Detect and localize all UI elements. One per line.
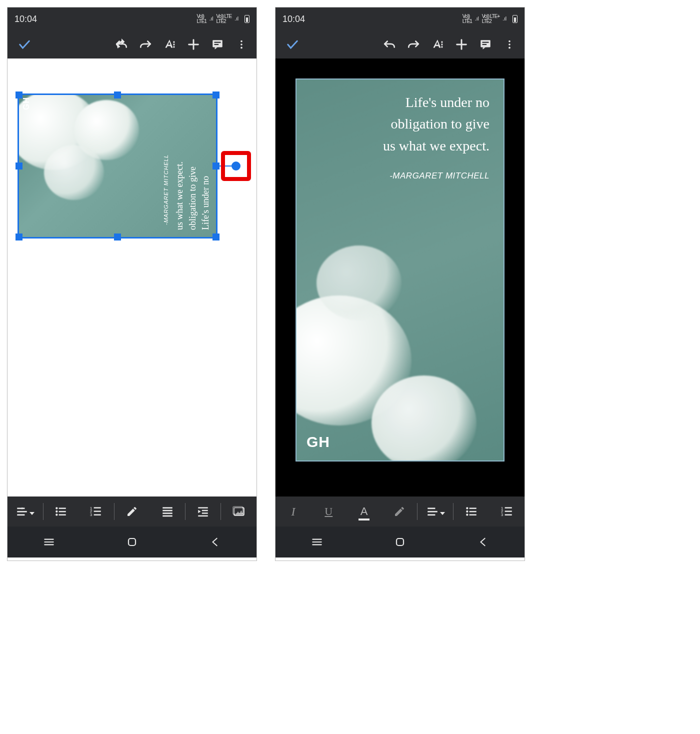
svg-point-17 [56, 507, 58, 509]
add-button[interactable] [182, 32, 206, 56]
text-color-button[interactable]: A [346, 496, 382, 526]
signal-icon: .ıl [475, 16, 479, 22]
svg-marker-37 [198, 510, 200, 514]
redo-button[interactable] [402, 32, 426, 56]
svg-rect-66 [469, 514, 476, 515]
add-button[interactable] [450, 32, 474, 56]
svg-rect-2 [174, 46, 175, 48]
recents-nav-button[interactable] [297, 526, 337, 558]
overflow-menu-button[interactable] [230, 32, 254, 56]
svg-rect-24 [94, 507, 101, 508]
resize-handle-tr[interactable] [212, 92, 220, 98]
overflow-menu-button[interactable] [498, 32, 522, 56]
rotate-handle[interactable] [232, 162, 240, 170]
svg-marker-51 [483, 47, 486, 49]
svg-rect-47 [442, 46, 443, 48]
app-toolbar [276, 30, 524, 58]
status-indicators: Vo)) LTE1 .ıl Vo)) LTE LTE2 .ıl [197, 14, 250, 24]
bullet-list-button[interactable] [454, 496, 489, 526]
svg-marker-6 [215, 47, 218, 49]
format-bar: 123 [8, 496, 256, 526]
svg-rect-5 [212, 40, 222, 47]
resize-handle-br[interactable] [212, 234, 220, 240]
justify-button[interactable] [150, 496, 185, 526]
system-nav-bar [8, 526, 256, 558]
undo-button[interactable] [378, 32, 402, 56]
svg-rect-34 [202, 510, 208, 511]
svg-rect-52 [482, 42, 489, 43]
highlight-pencil-button[interactable] [382, 496, 418, 526]
number-list-button[interactable]: 123 [78, 496, 114, 526]
undo-button[interactable] [110, 32, 134, 56]
home-nav-button[interactable] [380, 526, 420, 558]
svg-marker-16 [30, 512, 34, 515]
svg-rect-58 [428, 511, 438, 512]
svg-rect-45 [442, 42, 443, 43]
svg-text:3: 3 [90, 512, 92, 517]
resize-handle-ml[interactable] [16, 162, 22, 170]
svg-rect-35 [202, 512, 208, 514]
svg-point-10 [240, 44, 242, 46]
battery-icon [244, 15, 250, 23]
selected-image[interactable]: GH Life's under no obligation to give us… [18, 94, 218, 238]
indent-button[interactable] [186, 496, 221, 526]
svg-rect-26 [94, 510, 101, 512]
svg-rect-72 [504, 514, 512, 515]
resize-handle-tm[interactable] [114, 92, 121, 98]
quote-line-3: us what we expect. [174, 105, 185, 230]
phone-screenshot-left: 10:04 Vo)) LTE1 .ıl Vo)) LTE LTE2 .ıl [7, 7, 257, 561]
svg-rect-18 [59, 508, 66, 508]
document-canvas[interactable]: Life's under no obligation to give us wh… [276, 58, 524, 496]
inserted-image[interactable]: Life's under no obligation to give us wh… [296, 78, 504, 462]
home-nav-button[interactable] [112, 526, 152, 558]
align-menu-button[interactable] [418, 496, 453, 526]
bullet-list-button[interactable] [44, 496, 79, 526]
signal-icon: .ıl [210, 16, 214, 22]
document-canvas[interactable]: GH Life's under no obligation to give us… [8, 58, 256, 496]
number-list-button[interactable]: 123 [489, 496, 524, 526]
italic-button[interactable]: I [276, 496, 311, 526]
back-nav-button[interactable] [195, 526, 235, 558]
done-check-button[interactable] [278, 32, 306, 56]
battery-icon [512, 15, 518, 23]
comment-button[interactable] [206, 32, 230, 56]
underline-button[interactable]: U [311, 496, 346, 526]
text-format-button[interactable] [426, 32, 450, 56]
svg-rect-31 [162, 512, 172, 514]
svg-rect-30 [162, 510, 172, 512]
svg-rect-44 [128, 538, 136, 546]
edit-pencil-button[interactable] [114, 496, 150, 526]
svg-point-61 [466, 507, 468, 509]
svg-rect-12 [18, 508, 25, 509]
svg-rect-1 [174, 44, 175, 45]
status-time: 10:04 [282, 14, 305, 24]
svg-point-19 [56, 510, 58, 512]
recents-nav-button[interactable] [29, 526, 69, 558]
status-time: 10:04 [14, 14, 37, 24]
resize-handle-tl[interactable] [16, 92, 22, 98]
format-bar: I U A 123 [276, 496, 524, 526]
resize-handle-bl[interactable] [16, 234, 22, 240]
svg-rect-28 [94, 514, 101, 515]
redo-button[interactable] [134, 32, 158, 56]
resize-handle-bm[interactable] [114, 234, 121, 240]
quote-author: -MARGARET MITCHELL [163, 115, 169, 225]
quote-image: Life's under no obligation to give us wh… [296, 80, 504, 460]
svg-rect-57 [428, 508, 435, 509]
insert-image-button[interactable] [221, 496, 256, 526]
svg-point-65 [466, 514, 468, 516]
svg-rect-59 [428, 514, 435, 516]
svg-rect-40 [233, 506, 243, 514]
gh-logo: GH [306, 434, 330, 450]
done-check-button[interactable] [10, 32, 38, 56]
back-nav-button[interactable] [463, 526, 503, 558]
svg-rect-13 [18, 511, 28, 512]
status-bar: 10:04 Vo)) LTE1 .ıl Vo)) LTE LTE2 .ıl [8, 8, 256, 30]
svg-rect-7 [214, 42, 221, 43]
align-menu-button[interactable] [8, 496, 43, 526]
svg-point-11 [240, 47, 242, 49]
text-format-button[interactable] [158, 32, 182, 56]
svg-rect-76 [396, 538, 404, 546]
comment-button[interactable] [474, 32, 498, 56]
gh-logo: GH [22, 97, 31, 110]
